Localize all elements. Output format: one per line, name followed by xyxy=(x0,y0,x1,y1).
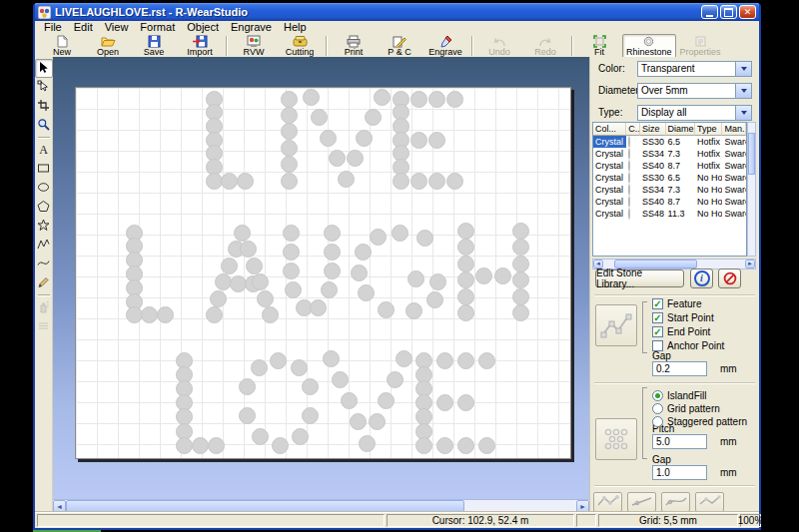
column-header[interactable]: Man... xyxy=(722,123,746,136)
rhinestone-dot[interactable] xyxy=(512,256,529,272)
open-button[interactable]: Open xyxy=(85,34,131,59)
star-tool[interactable] xyxy=(35,217,53,236)
rhinestone-dot[interactable] xyxy=(436,394,453,411)
rhinestone-dot[interactable] xyxy=(387,371,403,388)
rhinestone-dot[interactable] xyxy=(478,437,495,454)
rvw-button[interactable]: RVW xyxy=(231,34,277,59)
text-tool[interactable]: A xyxy=(35,141,53,160)
rhinestone-dot[interactable] xyxy=(457,437,474,454)
rhinestone-dot[interactable] xyxy=(324,263,341,279)
rhinestone-dot[interactable] xyxy=(272,437,289,454)
rhinestone-dot[interactable] xyxy=(374,89,391,106)
ellipse-tool[interactable] xyxy=(35,179,53,198)
rhinestone-dot[interactable] xyxy=(410,132,427,149)
rhinestone-dot[interactable] xyxy=(457,288,474,305)
rhinestone-dot[interactable] xyxy=(457,256,474,272)
rectangle-tool[interactable] xyxy=(35,160,53,179)
rhinestone-dot[interactable] xyxy=(512,304,529,321)
rhinestone-dot[interactable] xyxy=(206,173,223,190)
rhinestone-dot[interactable] xyxy=(378,301,395,318)
rhinestone-dot[interactable] xyxy=(303,89,320,106)
rhinestone-dot[interactable] xyxy=(310,299,327,316)
rhinestone-dot[interactable] xyxy=(428,132,445,149)
rhinestone-dot[interactable] xyxy=(356,130,373,147)
rhinestone-dot[interactable] xyxy=(302,378,319,395)
rhinestone-dot[interactable] xyxy=(415,437,432,454)
islandfill-radio[interactable]: IslandFill xyxy=(652,389,706,401)
feature-checkbox[interactable]: ✓Feature xyxy=(652,297,701,309)
node-edit-tool[interactable] xyxy=(35,78,53,97)
rhinestone-dot[interactable] xyxy=(370,229,387,246)
stone-table-row[interactable]: CrystalSS347.3No Hot...Swaro... xyxy=(593,184,746,196)
rhinestone-dot[interactable] xyxy=(192,437,209,454)
rhinestone-dot[interactable] xyxy=(252,428,269,445)
rhinestone-dot[interactable] xyxy=(457,239,474,256)
rhinestone-dot[interactable] xyxy=(176,437,193,454)
end-point-checkbox[interactable]: ✓End Point xyxy=(652,325,710,337)
rhinestone-dot[interactable] xyxy=(428,173,445,190)
polyline-tool[interactable] xyxy=(35,236,53,255)
scroll-thumb[interactable] xyxy=(748,133,755,175)
rhinestone-dot[interactable] xyxy=(281,156,298,173)
rhinestone-dot[interactable] xyxy=(321,281,338,298)
chevron-down-icon[interactable] xyxy=(735,62,751,76)
stone-info-button[interactable]: i xyxy=(690,268,713,288)
rhinestone-dot[interactable] xyxy=(512,271,529,288)
rhinestone-dot[interactable] xyxy=(332,371,349,388)
menu-edit[interactable]: Edit xyxy=(68,21,99,33)
rhinestone-dot[interactable] xyxy=(350,413,367,430)
menu-format[interactable]: Format xyxy=(134,21,181,33)
rhinestone-dot[interactable] xyxy=(347,150,364,167)
rhinestone-dot[interactable] xyxy=(210,290,227,307)
radio-icon[interactable] xyxy=(652,416,663,427)
rhinestone-dot[interactable] xyxy=(428,91,445,108)
rhinestone-dot[interactable] xyxy=(206,306,223,323)
rhinestone-dot[interactable] xyxy=(221,173,238,190)
anchor-point-checkbox[interactable]: Anchor Point xyxy=(652,339,724,351)
rhinestone-dot[interactable] xyxy=(291,359,308,376)
save-button[interactable]: Save xyxy=(131,34,177,59)
rhinestone-dot[interactable] xyxy=(457,352,474,369)
rhinestone-dot[interactable] xyxy=(512,223,529,240)
stone-table-row[interactable]: CrystalSS408.7HotfixSwaro... xyxy=(593,160,746,172)
design-canvas[interactable] xyxy=(53,57,589,499)
pencil-tool[interactable] xyxy=(35,273,53,292)
p-c-button[interactable]: P & C xyxy=(377,34,422,59)
rhinestone-dot[interactable] xyxy=(157,306,174,323)
rhinestone-dot[interactable] xyxy=(141,306,158,323)
color-filter-dropdown[interactable]: Transparent xyxy=(637,61,752,77)
zoom-tool[interactable] xyxy=(35,116,53,135)
rhinestone-dot[interactable] xyxy=(475,267,492,284)
fit-button[interactable]: Fit xyxy=(576,34,622,59)
rhinestone-dot[interactable] xyxy=(239,378,256,395)
rhinestone-dot[interactable] xyxy=(365,109,382,126)
rhinestone-dot[interactable] xyxy=(208,437,225,454)
column-header[interactable]: Col... xyxy=(593,123,626,136)
rhinestone-dot[interactable] xyxy=(512,288,529,305)
grid-pattern-radio[interactable]: Grid pattern xyxy=(652,402,720,414)
rhinestone-dot[interactable] xyxy=(410,173,427,190)
stone-table-row[interactable]: CrystalSS408.7No Hot...Swaro... xyxy=(593,196,746,208)
rhinestone-dot[interactable] xyxy=(283,225,300,242)
rhinestone-dot[interactable] xyxy=(416,230,433,247)
menu-file[interactable]: File xyxy=(38,21,68,33)
column-header[interactable]: Size xyxy=(640,123,666,136)
radio-selected-icon[interactable] xyxy=(652,390,663,401)
rhinestone-dot[interactable] xyxy=(338,171,355,188)
start-point-checkbox[interactable]: ✓Start Point xyxy=(652,311,714,323)
column-header[interactable]: Type xyxy=(695,123,722,136)
checkbox-icon[interactable] xyxy=(652,340,663,351)
rhinestone-dot[interactable] xyxy=(369,413,386,430)
rhinestone-dot[interactable] xyxy=(281,91,298,108)
rhinestone-dot[interactable] xyxy=(393,173,409,190)
fill-pattern-button[interactable] xyxy=(595,418,637,460)
rhinestone-dot[interactable] xyxy=(283,263,300,279)
feature-gap-input[interactable] xyxy=(652,361,707,376)
pitch-input[interactable] xyxy=(652,434,707,449)
rhinestone-dot[interactable] xyxy=(237,173,254,190)
rhinestone-dot[interactable] xyxy=(221,258,238,274)
scroll-right-icon[interactable]: ► xyxy=(745,260,755,268)
rhinestone-dot[interactable] xyxy=(446,91,463,108)
rhinestone-dot[interactable] xyxy=(281,173,298,190)
rhinestone-dot[interactable] xyxy=(324,244,341,261)
